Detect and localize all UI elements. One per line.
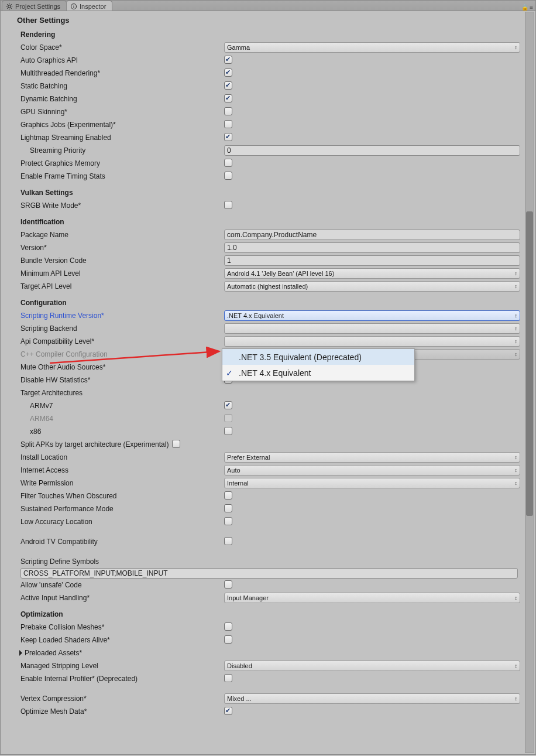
checkbox-sustained-perf[interactable] bbox=[224, 504, 232, 512]
label-protect-graphics-memory: Protect Graphics Memory bbox=[12, 159, 224, 167]
input-scripting-defines[interactable]: CROSS_PLATFORM_INPUT;MOBILE_INPUT bbox=[20, 568, 518, 579]
label-filter-touches: Filter Touches When Obscured bbox=[12, 492, 224, 500]
label-streaming-priority: Streaming Priority bbox=[12, 146, 224, 155]
label-bundle-version-code: Bundle Version Code bbox=[12, 256, 224, 265]
label-enable-frame-timing: Enable Frame Timing Stats bbox=[12, 172, 224, 180]
label-graphics-jobs: Graphics Jobs (Experimental)* bbox=[12, 121, 224, 129]
checkbox-filter-touches[interactable] bbox=[224, 491, 232, 500]
menu-icon[interactable]: ≡ bbox=[530, 4, 533, 11]
label-android-tv: Android TV Compatibility bbox=[12, 538, 224, 546]
checkbox-prebake-collision[interactable] bbox=[224, 622, 232, 631]
vertical-scrollbar[interactable] bbox=[525, 12, 534, 753]
checkbox-static-batching[interactable] bbox=[224, 81, 232, 90]
label-scripting-defines: Scripting Define Symbols bbox=[12, 557, 224, 566]
label-scripting-runtime: Scripting Runtime Version* bbox=[12, 312, 224, 320]
checkbox-graphics-jobs[interactable] bbox=[224, 120, 232, 128]
select-managed-stripping[interactable]: Disabled bbox=[224, 661, 520, 671]
dropdown-item-label: .NET 3.5 Equivalent (Deprecated) bbox=[239, 353, 362, 362]
checkbox-x86[interactable] bbox=[224, 427, 232, 435]
input-package-name[interactable]: com.Company.ProductName bbox=[224, 230, 520, 240]
select-api-compat[interactable] bbox=[224, 336, 520, 347]
checkbox-multithreaded[interactable] bbox=[224, 69, 232, 77]
label-prebake-collision: Prebake Collision Meshes* bbox=[12, 623, 224, 631]
label-disable-hw: Disable HW Statistics* bbox=[12, 376, 224, 384]
input-streaming-priority[interactable]: 0 bbox=[224, 145, 520, 156]
section-other-settings: Other Settings bbox=[17, 16, 523, 25]
label-api-compat: Api Compatibility Level* bbox=[12, 337, 224, 345]
checkbox-protect-graphics-memory[interactable] bbox=[224, 159, 232, 167]
label-allow-unsafe: Allow 'unsafe' Code bbox=[12, 581, 224, 589]
label-split-apks: Split APKs by target architecture (Exper… bbox=[12, 440, 172, 449]
label-version: Version* bbox=[12, 244, 224, 252]
check-icon: ✓ bbox=[226, 368, 233, 378]
label-mute-other-audio: Mute Other Audio Sources* bbox=[12, 363, 224, 371]
info-icon bbox=[70, 3, 77, 10]
section-configuration: Configuration bbox=[20, 299, 523, 307]
dropdown-item-net35[interactable]: .NET 3.5 Equivalent (Deprecated) bbox=[222, 349, 414, 365]
svg-point-0 bbox=[8, 5, 11, 8]
checkbox-dynamic-batching[interactable] bbox=[224, 94, 232, 102]
checkbox-enable-frame-timing[interactable] bbox=[224, 172, 232, 180]
checkbox-allow-unsafe[interactable] bbox=[224, 580, 232, 589]
svg-point-2 bbox=[73, 5, 74, 6]
input-bundle-version-code[interactable]: 1 bbox=[224, 255, 520, 266]
select-vertex-compression[interactable]: Mixed ... bbox=[224, 693, 520, 704]
dropdown-scripting-runtime[interactable]: .NET 3.5 Equivalent (Deprecated) ✓.NET 4… bbox=[222, 348, 415, 381]
select-scripting-backend[interactable] bbox=[224, 323, 520, 334]
label-target-api: Target API Level bbox=[12, 282, 224, 290]
checkbox-optimize-mesh-data[interactable] bbox=[224, 707, 232, 715]
checkbox-android-tv[interactable] bbox=[224, 537, 232, 545]
label-gpu-skinning: GPU Skinning* bbox=[12, 108, 224, 116]
input-version[interactable]: 1.0 bbox=[224, 242, 520, 253]
select-target-api[interactable]: Automatic (highest installed) bbox=[224, 281, 520, 292]
tab-label: Project Settings bbox=[15, 3, 60, 10]
label-vertex-compression: Vertex Compression* bbox=[12, 695, 224, 703]
select-scripting-runtime[interactable]: .NET 4.x Equivalent bbox=[224, 310, 520, 321]
gear-icon bbox=[6, 3, 13, 10]
section-optimization: Optimization bbox=[20, 610, 523, 618]
label-managed-stripping: Managed Stripping Level bbox=[12, 662, 224, 670]
tab-inspector[interactable]: Inspector bbox=[66, 1, 112, 11]
label-keep-loaded-shaders: Keep Loaded Shaders Alive* bbox=[12, 636, 224, 644]
label-lightmap-streaming: Lightmap Streaming Enabled bbox=[12, 134, 224, 142]
checkbox-armv7[interactable] bbox=[224, 401, 232, 409]
label-srgb-write-mode: SRGB Write Mode* bbox=[12, 201, 224, 210]
select-write-permission[interactable]: Internal bbox=[224, 478, 520, 488]
label-cpp-compiler: C++ Compiler Configuration bbox=[12, 350, 224, 358]
section-vulkan: Vulkan Settings bbox=[20, 189, 523, 197]
label-armv7: ARMv7 bbox=[12, 402, 224, 410]
checkbox-keep-loaded-shaders[interactable] bbox=[224, 635, 232, 644]
select-internet-access[interactable]: Auto bbox=[224, 465, 520, 476]
checkbox-lightmap-streaming[interactable] bbox=[224, 133, 232, 141]
label-enable-internal-profiler: Enable Internal Profiler* (Deprecated) bbox=[12, 675, 224, 683]
label-scripting-backend: Scripting Backend bbox=[12, 324, 224, 333]
dropdown-item-net4x[interactable]: ✓.NET 4.x Equivalent bbox=[222, 365, 414, 381]
checkbox-enable-internal-profiler[interactable] bbox=[224, 674, 232, 682]
scrollbar-thumb[interactable] bbox=[526, 211, 533, 516]
label-internet-access: Internet Access bbox=[12, 466, 224, 474]
checkbox-low-accuracy[interactable] bbox=[224, 517, 232, 525]
select-active-input[interactable]: Input Manager bbox=[224, 593, 520, 603]
label-write-permission: Write Permission bbox=[12, 479, 224, 487]
label-optimize-mesh-data: Optimize Mesh Data* bbox=[12, 707, 224, 716]
foldout-preloaded-assets[interactable]: Preloaded Assets* bbox=[11, 649, 223, 657]
select-min-api[interactable]: Android 4.1 'Jelly Bean' (API level 16) bbox=[224, 268, 520, 279]
label-dynamic-batching: Dynamic Batching bbox=[12, 95, 224, 103]
label-install-location: Install Location bbox=[12, 453, 224, 461]
svg-rect-3 bbox=[74, 6, 74, 8]
checkbox-split-apks[interactable] bbox=[172, 440, 180, 448]
tab-project-settings[interactable]: Project Settings bbox=[2, 1, 67, 11]
label-auto-graphics-api: Auto Graphics API bbox=[12, 56, 224, 64]
checkbox-gpu-skinning[interactable] bbox=[224, 107, 232, 115]
checkbox-srgb-write-mode[interactable] bbox=[224, 201, 232, 209]
section-identification: Identification bbox=[20, 218, 523, 226]
label-active-input: Active Input Handling* bbox=[12, 594, 224, 602]
label-sustained-perf: Sustained Performance Mode bbox=[12, 505, 224, 513]
dropdown-item-label: .NET 4.x Equivalent bbox=[239, 368, 311, 378]
label-package-name: Package Name bbox=[12, 231, 224, 239]
checkbox-auto-graphics-api[interactable] bbox=[224, 56, 232, 64]
select-install-location[interactable]: Prefer External bbox=[224, 452, 520, 463]
lock-icon[interactable]: 🔒 bbox=[521, 4, 528, 11]
select-color-space[interactable]: Gamma bbox=[224, 42, 520, 53]
label-low-accuracy: Low Accuracy Location bbox=[12, 518, 224, 526]
